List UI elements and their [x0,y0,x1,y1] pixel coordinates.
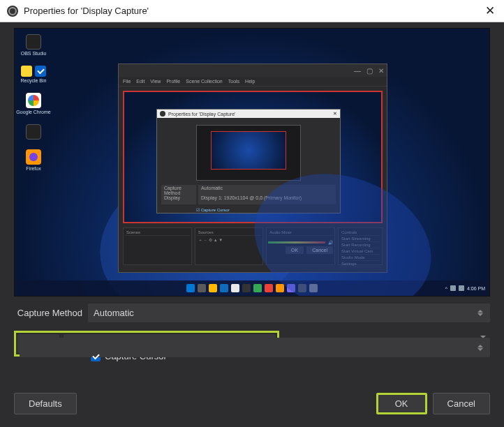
firefox-icon [276,284,284,292]
defaults-button[interactable]: Defaults [14,393,77,414]
obs-desktop-icon [26,34,41,50]
app-icon [287,284,295,292]
nested-obs-window: —▢✕ File Edit View Profile Scene Collect… [118,63,387,273]
app-icon [253,284,262,292]
window-title: Properties for 'Display Capture' [24,6,149,16]
chevron-updown-icon [477,304,486,322]
minimize-icon: — [354,67,361,75]
chevron-up-icon: ^ [445,286,447,291]
edge-icon [220,284,228,292]
ok-button[interactable]: OK [376,393,427,414]
taskbar: ^ 4:06 PM [15,280,489,296]
app-icon [231,284,239,292]
clock: 4:06 PM [467,286,485,291]
volume-icon [459,285,464,291]
app-icon [265,284,273,292]
close-icon: ✕ [378,67,384,75]
maximize-icon: ▢ [366,67,373,75]
capture-method-label: Capture Method [14,308,82,318]
cancel-button[interactable]: Cancel [433,393,490,414]
search-icon [198,284,206,292]
app-icon [242,284,251,292]
start-icon [186,284,195,292]
close-icon[interactable]: ✕ [483,4,497,18]
explorer-icon [209,284,217,292]
folder-icon [21,66,32,77]
chevron-updown-icon [477,338,486,357]
title-bar: Properties for 'Display Capture' ✕ [0,0,504,22]
capture-method-select[interactable]: Automatic [88,304,490,322]
app-icon [309,284,318,292]
folder-icon [35,66,46,77]
obs-logo-icon [7,6,18,17]
close-icon: ✕ [333,111,337,117]
chrome-icon [26,93,41,108]
firefox-icon [26,149,41,165]
wifi-icon [450,285,456,291]
app-icon [298,284,306,292]
capture-preview: OBS Studio Recycle Bin Google Chrome Fir… [14,28,490,297]
app-icon [26,124,41,140]
